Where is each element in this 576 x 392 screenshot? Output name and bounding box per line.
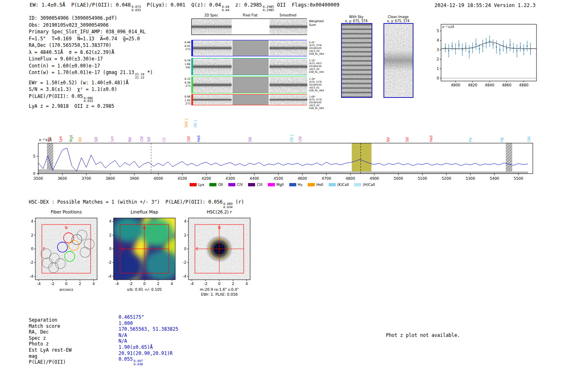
hsc-title: HSC(26.2) r [172, 209, 267, 214]
twod-row-annotation: 1.10"(673, 407)20190105v023_02038_RL_045 [309, 59, 334, 73]
legend-swatch [308, 183, 315, 186]
svg-text:2: 2 [31, 233, 33, 237]
twod-cell [269, 95, 307, 105]
svg-text:1: 1 [437, 67, 439, 71]
svg-text:Hβ: Hβ [500, 137, 504, 142]
svg-text:4: 4 [93, 282, 95, 286]
svg-text:4840: 4840 [485, 83, 495, 87]
svg-text:CIV: CIV [140, 136, 144, 142]
legend-item: (H)CaII [354, 183, 375, 187]
svg-text:-2: -2 [129, 282, 132, 286]
svg-text:e⁻¹⁷x2Å: e⁻¹⁷x2Å [442, 25, 455, 29]
svg-text:Lyα: Lyα [59, 136, 63, 142]
detection-line: λ = 4840.51Å σ = 8.62(±2.39)Å [29, 49, 153, 56]
svg-text:SIII: SIII [406, 137, 409, 142]
svg-text:-4: -4 [115, 282, 119, 286]
svg-text:4880: 4880 [519, 83, 528, 87]
svg-text:NV: NV [128, 137, 132, 142]
match-value: 170.565563, 51.383825 [118, 326, 178, 332]
svg-text:3900: 3900 [130, 176, 139, 181]
svg-text:5500: 5500 [514, 176, 523, 181]
legend-item: (K)CaII [329, 183, 349, 187]
withsky-title-text: With Sky [335, 15, 378, 19]
twod-row-annotation: 1.34"(675, 573)20190105v023_01038_RL_064 [309, 77, 334, 92]
clean-image [383, 23, 413, 98]
match-value: 20.91(20.90,20.91)R [118, 350, 173, 356]
svg-text:4900: 4900 [369, 176, 379, 181]
svg-text:5200: 5200 [441, 176, 451, 181]
legend-swatch [329, 183, 336, 186]
svg-text:4: 4 [437, 38, 439, 42]
svg-text:5: 5 [33, 154, 35, 158]
svg-text:4000: 4000 [153, 176, 163, 181]
match-label: Photo z [29, 341, 49, 347]
match-value: 0.0550.0970.038 [118, 356, 143, 366]
twod-row-colorbar [192, 40, 193, 56]
twod-cell [232, 40, 269, 56]
svg-text:OII {: OII { [194, 120, 197, 128]
twod-row-values: 0.241.66292 [181, 59, 190, 70]
legend-item: HeII [308, 183, 323, 187]
hsc-caption: EWr: 1. PLAE: 0.056 [172, 292, 267, 297]
twod-cell [232, 77, 269, 93]
weighted-sum-label: WeightedSum [309, 19, 334, 27]
svg-text:-4: -4 [37, 282, 41, 286]
legend-item: OII [209, 183, 223, 187]
svg-text:-2: -2 [204, 282, 207, 286]
svg-text:4200: 4200 [202, 176, 211, 181]
svg-text:N: N [65, 226, 68, 230]
svg-text:-4: -4 [108, 274, 111, 278]
svg-text:0: 0 [65, 282, 67, 286]
svg-text:4820: 4820 [468, 83, 477, 87]
stacked-uncertainty: 0.0860.033 [84, 97, 93, 103]
match-value: 1.000 [118, 320, 133, 326]
twod-col-header-flat: Pixel Flat [232, 14, 268, 17]
twod-row: 0.480.912730.41"(675, 574)20190105v023_0… [191, 40, 307, 56]
twod-cell [192, 19, 232, 35]
detection-line: P(LAE)/P(OII): 0.050.0860.033 [29, 93, 153, 103]
svg-text:3800: 3800 [106, 176, 115, 181]
report-datetime: 2024-12-19 18:55:24 Version 1.22.3 [434, 2, 536, 8]
legend-swatch [209, 183, 216, 186]
svg-text:-2: -2 [183, 260, 186, 264]
legend-item: Lyα [190, 183, 204, 187]
clean-title-text: Clean Image [379, 15, 417, 19]
legend-item: Hγ [289, 183, 302, 187]
twod-cell [232, 58, 269, 75]
detection-line: LineFlux = 9.60(±3.30)e-17 [29, 56, 153, 63]
svg-text:-4: -4 [30, 274, 33, 278]
twod-row-values: 0.061.05273 [181, 95, 190, 106]
legend-swatch [354, 183, 361, 186]
svg-text:SiII: SiII [147, 137, 151, 142]
svg-text:E: E [43, 247, 46, 251]
legend-item: CIII [248, 183, 262, 187]
stacked-uncertainty: 0.040.04 [222, 5, 229, 12]
twod-row: 0.061.052731.69"(675, 573)20190105v023_0… [191, 94, 307, 105]
twod-col-header-smoothed: Smoothed [269, 14, 307, 17]
twod-cell [232, 95, 269, 105]
main-spectrum-plot: e⁻¹⁷x2Å350036003700380039004000410042004… [24, 107, 541, 183]
svg-text:4800: 4800 [451, 83, 460, 87]
legend-swatch [268, 183, 275, 186]
svg-text:3: 3 [437, 48, 439, 52]
detection-summary: ID: 3090054906 (3090054906.pdf)Obs: 2019… [29, 15, 153, 110]
withsky-image [341, 23, 372, 98]
svg-text:SIII: SIII [249, 137, 252, 142]
legend-item: MgII [268, 183, 284, 187]
stacked-uncertainty: 0.29850.2985 [263, 5, 274, 12]
twod-cell [269, 19, 307, 35]
twod-col-header-spec: 2D Spec [191, 14, 231, 17]
svg-text:4800: 4800 [346, 176, 355, 181]
svg-text:3500: 3500 [34, 176, 43, 181]
legend-item: CIV [228, 183, 243, 187]
withsky-noise [342, 24, 372, 97]
svg-text:NV: NV [387, 137, 390, 142]
detection-line: Primary Spec_Slot_IFU_AMP: 038_096_014_R… [29, 28, 153, 35]
svg-text:5000: 5000 [394, 176, 403, 181]
match-label: RA, Dec [29, 329, 49, 335]
svg-text:HeII: HeII [197, 135, 201, 142]
match-label: Separation [29, 317, 57, 323]
twod-cell [192, 40, 232, 56]
stacked-uncertainty: 0.0970.038 [134, 360, 143, 366]
svg-text:2: 2 [232, 282, 234, 286]
